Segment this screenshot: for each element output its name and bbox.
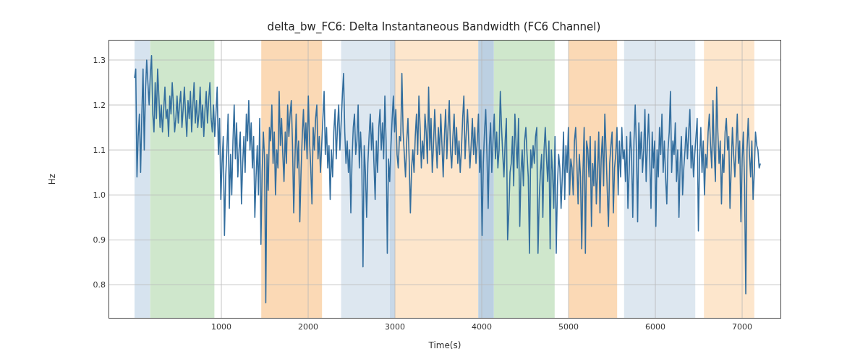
ytick-label: 1.2 bbox=[80, 101, 106, 110]
y-axis-label: Hz bbox=[47, 40, 61, 319]
xtick-label: 7000 bbox=[732, 322, 752, 332]
axes bbox=[109, 40, 781, 319]
band bbox=[494, 40, 555, 319]
ytick-label: 1.1 bbox=[80, 146, 106, 155]
band bbox=[624, 40, 695, 319]
band bbox=[150, 40, 215, 319]
ytick-label: 0.9 bbox=[80, 235, 106, 245]
xtick-label: 2000 bbox=[298, 322, 318, 332]
xtick-label: 4000 bbox=[472, 322, 492, 332]
chart-title: delta_bw_FC6: Delta Instantaneous Bandwi… bbox=[0, 20, 868, 33]
band bbox=[395, 40, 478, 319]
xtick-label: 1000 bbox=[211, 322, 231, 332]
x-axis-label: Time(s) bbox=[109, 340, 781, 350]
xtick-label: 6000 bbox=[645, 322, 665, 332]
plot-svg bbox=[109, 40, 781, 319]
xtick-label: 3000 bbox=[385, 322, 405, 332]
band bbox=[478, 40, 494, 319]
ytick-label: 1.3 bbox=[80, 55, 106, 64]
figure: delta_bw_FC6: Delta Instantaneous Bandwi… bbox=[0, 0, 868, 362]
background-bands bbox=[135, 40, 754, 319]
xtick-label: 5000 bbox=[558, 322, 579, 332]
ytick-label: 0.8 bbox=[80, 280, 106, 290]
ytick-label: 1.0 bbox=[80, 190, 106, 200]
band bbox=[390, 40, 395, 319]
